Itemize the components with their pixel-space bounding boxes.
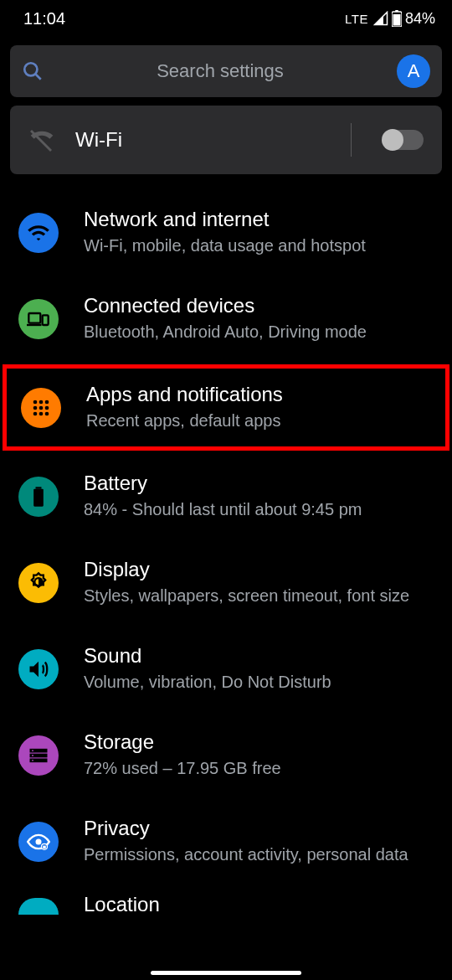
item-title: Connected devices bbox=[84, 294, 435, 317]
settings-item-connected-devices[interactable]: Connected devicesBluetooth, Android Auto… bbox=[0, 276, 452, 362]
item-text: DisplayStyles, wallpapers, screen timeou… bbox=[84, 558, 435, 607]
brightness-icon bbox=[18, 563, 59, 603]
battery-status-icon bbox=[392, 10, 402, 27]
svg-point-3 bbox=[24, 63, 37, 75]
settings-item-sound[interactable]: SoundVolume, vibration, Do Not Disturb bbox=[0, 626, 452, 712]
status-right: LTE 84% bbox=[345, 10, 435, 28]
svg-point-10 bbox=[45, 400, 49, 404]
wifi-off-icon bbox=[28, 126, 55, 153]
item-subtitle: Volume, vibration, Do Not Disturb bbox=[84, 671, 435, 694]
settings-item-battery[interactable]: Battery84% - Should last until about 9:4… bbox=[0, 453, 452, 539]
settings-list: Network and internetWi-Fi, mobile, data … bbox=[0, 189, 452, 885]
settings-item-privacy[interactable]: PrivacyPermissions, account activity, pe… bbox=[0, 798, 452, 885]
storage-icon bbox=[18, 735, 59, 776]
svg-rect-2 bbox=[393, 14, 400, 26]
apps-icon bbox=[21, 388, 61, 428]
item-text: Battery84% - Should last until about 9:4… bbox=[84, 472, 435, 521]
settings-item-location[interactable]: Location bbox=[0, 885, 452, 921]
wifi-toggle[interactable] bbox=[383, 130, 424, 150]
svg-rect-6 bbox=[43, 315, 49, 325]
search-icon bbox=[22, 60, 44, 82]
settings-item-display[interactable]: DisplayStyles, wallpapers, screen timeou… bbox=[0, 539, 452, 626]
battery-percent: 84% bbox=[405, 10, 435, 28]
svg-point-8 bbox=[33, 400, 38, 404]
svg-rect-28 bbox=[43, 845, 46, 848]
item-title: Location bbox=[84, 893, 160, 916]
svg-point-9 bbox=[39, 400, 44, 404]
svg-point-24 bbox=[32, 755, 33, 756]
wifi-tile-label: Wi-Fi bbox=[75, 128, 331, 152]
toggle-thumb bbox=[382, 129, 403, 151]
svg-line-4 bbox=[35, 74, 41, 80]
item-text: SoundVolume, vibration, Do Not Disturb bbox=[84, 644, 435, 694]
item-subtitle: Bluetooth, Android Auto, Driving mode bbox=[84, 321, 435, 343]
svg-rect-18 bbox=[33, 488, 44, 506]
avatar[interactable]: A bbox=[397, 54, 430, 88]
svg-point-13 bbox=[45, 405, 49, 410]
item-subtitle: Recent apps, default apps bbox=[86, 410, 433, 432]
item-text: Storage72% used – 17.95 GB free bbox=[84, 730, 435, 780]
search-placeholder: Search settings bbox=[59, 60, 382, 82]
svg-rect-5 bbox=[28, 313, 40, 323]
item-title: Apps and notifications bbox=[86, 383, 433, 406]
item-subtitle: Styles, wallpapers, screen timeout, font… bbox=[84, 585, 435, 607]
svg-point-12 bbox=[39, 405, 44, 410]
svg-point-16 bbox=[45, 411, 49, 415]
item-text: Network and internetWi-Fi, mobile, data … bbox=[84, 208, 435, 257]
svg-point-23 bbox=[32, 750, 33, 751]
wifi-quick-tile[interactable]: Wi-Fi bbox=[10, 106, 442, 174]
item-subtitle: 84% - Should last until about 9:45 pm bbox=[84, 498, 435, 521]
item-text: Connected devicesBluetooth, Android Auto… bbox=[84, 294, 435, 343]
svg-point-11 bbox=[33, 405, 38, 410]
svg-rect-17 bbox=[36, 487, 42, 488]
settings-item-storage[interactable]: Storage72% used – 17.95 GB free bbox=[0, 712, 452, 798]
settings-item-apps-and-notifications[interactable]: Apps and notificationsRecent apps, defau… bbox=[3, 364, 449, 451]
item-subtitle: Permissions, account activity, personal … bbox=[84, 843, 435, 866]
network-type: LTE bbox=[345, 12, 368, 26]
privacy-icon bbox=[18, 822, 59, 862]
item-title: Battery bbox=[84, 472, 435, 495]
status-time: 11:04 bbox=[23, 9, 65, 28]
svg-point-25 bbox=[32, 759, 33, 761]
search-bar[interactable]: Search settings A bbox=[10, 45, 442, 97]
item-title: Network and internet bbox=[84, 208, 435, 231]
divider bbox=[351, 123, 352, 157]
battery-icon bbox=[18, 477, 59, 517]
location-icon bbox=[18, 898, 59, 915]
item-title: Display bbox=[84, 558, 435, 581]
item-subtitle: 72% used – 17.95 GB free bbox=[84, 757, 435, 780]
devices-icon bbox=[18, 299, 59, 339]
item-title: Privacy bbox=[84, 817, 435, 840]
nav-handle[interactable] bbox=[151, 971, 301, 975]
volume-icon bbox=[18, 649, 59, 689]
settings-item-network-and-internet[interactable]: Network and internetWi-Fi, mobile, data … bbox=[0, 189, 452, 276]
wifi-icon bbox=[18, 213, 59, 253]
item-title: Storage bbox=[84, 730, 435, 754]
item-title: Sound bbox=[84, 644, 435, 668]
svg-point-15 bbox=[39, 411, 44, 415]
svg-point-14 bbox=[33, 411, 38, 415]
item-text: Apps and notificationsRecent apps, defau… bbox=[86, 383, 433, 432]
status-bar: 11:04 LTE 84% bbox=[0, 0, 452, 37]
item-subtitle: Wi-Fi, mobile, data usage and hotspot bbox=[84, 235, 435, 257]
item-text: PrivacyPermissions, account activity, pe… bbox=[84, 817, 435, 866]
signal-icon bbox=[373, 11, 388, 26]
svg-point-26 bbox=[36, 838, 42, 844]
